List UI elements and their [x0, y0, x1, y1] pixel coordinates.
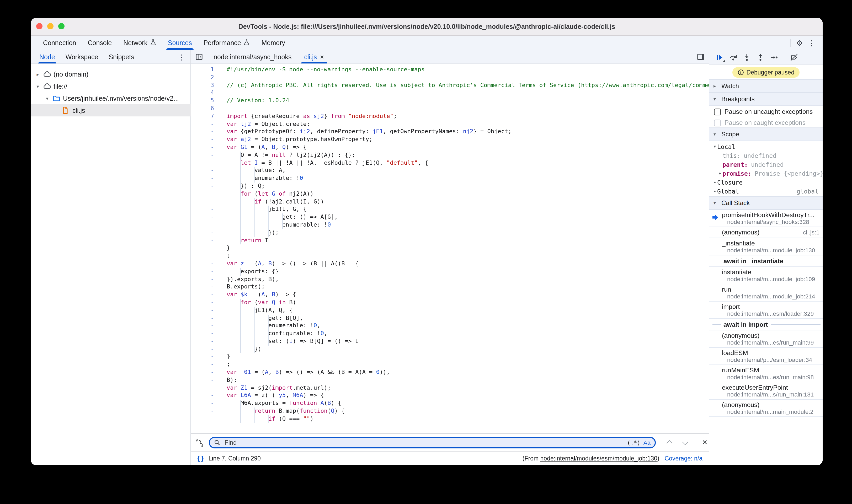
code-line[interactable]: -;: [191, 252, 709, 260]
line-number-gutter[interactable]: -: [191, 353, 214, 361]
call-stack-frame[interactable]: (anonymous)node:internal/m...main_module…: [709, 400, 823, 417]
line-number-gutter[interactable]: -: [191, 415, 214, 423]
minimize-window-button[interactable]: [47, 23, 54, 29]
call-stack-frame[interactable]: importnode:internal/m...esm/loader:329: [709, 302, 823, 319]
breakpoint-option[interactable]: Pause on uncaught exceptions: [709, 106, 823, 117]
line-number-gutter[interactable]: -: [191, 229, 214, 237]
call-stack-frame[interactable]: executeUserEntryPointnode:internal/m...s…: [709, 382, 823, 400]
tab-console[interactable]: Console: [82, 36, 118, 50]
line-number-gutter[interactable]: -: [191, 307, 214, 314]
scope-row-local[interactable]: ▾Local: [709, 142, 823, 151]
tree-expanded-icon[interactable]: ▾: [35, 84, 40, 89]
step-out-button[interactable]: [757, 54, 764, 61]
sidebar-tab-workspace[interactable]: Workspace: [60, 50, 104, 64]
pretty-print-icon[interactable]: { }: [197, 455, 205, 462]
tab-network[interactable]: Network: [118, 36, 162, 50]
code-line[interactable]: - enumerable: !0: [191, 175, 709, 182]
tree-item--no-domain-[interactable]: ▸(no domain): [31, 68, 191, 80]
sidebar-tab-snippets[interactable]: Snippets: [103, 50, 139, 64]
line-number-gutter[interactable]: -: [191, 167, 214, 175]
code-line[interactable]: - return I: [191, 237, 709, 245]
line-number-gutter[interactable]: 3: [191, 82, 214, 89]
code-line[interactable]: -var aj2 = Object.prototype.hasOwnProper…: [191, 136, 709, 144]
code-line[interactable]: - }) : Q;: [191, 182, 709, 191]
line-number-gutter[interactable]: -: [191, 221, 214, 229]
line-number-gutter[interactable]: -: [191, 175, 214, 182]
call-stack-frame[interactable]: (anonymous)node:internal/m...es/run_main…: [709, 330, 823, 348]
code-line[interactable]: - let I = B || !A || !A.__esModule ? jE1…: [191, 159, 709, 167]
call-stack-frame[interactable]: (anonymous)cli.js:1: [709, 227, 823, 238]
coverage-link[interactable]: Coverage: n/a: [665, 455, 703, 462]
section-call-stack[interactable]: ▾ Call Stack: [709, 196, 823, 210]
tree-item-users-jinhuilee-nvm-versions-node-v2-[interactable]: ▾Users/jinhuilee/.nvm/versions/node/v2..…: [31, 92, 191, 104]
line-number-gutter[interactable]: -: [191, 182, 214, 191]
code-line[interactable]: - }): [191, 345, 709, 353]
code-line[interactable]: - get: () => A[G],: [191, 213, 709, 221]
call-stack-frame[interactable]: loadESMnode:internal/p.../esm_loader:34: [709, 348, 823, 365]
call-stack-frame[interactable]: instantiatenode:internal/m...module_job:…: [709, 267, 823, 284]
code-line[interactable]: -var G1 = (A, B, Q) => {: [191, 144, 709, 151]
find-previous-button[interactable]: [667, 440, 673, 446]
code-line[interactable]: -}: [191, 245, 709, 253]
tree-item-cli-js[interactable]: cli.js: [31, 104, 209, 116]
code-line[interactable]: -;: [191, 361, 709, 369]
line-number-gutter[interactable]: -: [191, 284, 214, 291]
line-number-gutter[interactable]: -: [191, 159, 214, 167]
tree-item-file-[interactable]: ▾file://: [31, 80, 191, 92]
scope-collapsed-icon[interactable]: ▸: [718, 171, 723, 176]
code-line[interactable]: - value: A,: [191, 167, 709, 175]
line-number-gutter[interactable]: -: [191, 268, 214, 275]
line-number-gutter[interactable]: -: [191, 314, 214, 322]
code-line[interactable]: -}).exports, B),: [191, 275, 709, 284]
line-number-gutter[interactable]: -: [191, 237, 214, 245]
replace-toggle-icon[interactable]: A B: [195, 438, 205, 447]
step-over-button[interactable]: [729, 54, 737, 61]
line-number-gutter[interactable]: -: [191, 345, 214, 353]
line-number-gutter[interactable]: -: [191, 245, 214, 253]
line-number-gutter[interactable]: -: [191, 377, 214, 384]
line-number-gutter[interactable]: -: [191, 400, 214, 408]
line-number-gutter[interactable]: -: [191, 369, 214, 377]
code-line[interactable]: -var lj2 = Object.create;: [191, 120, 709, 128]
code-line[interactable]: -B.exports);: [191, 284, 709, 291]
scope-row-this[interactable]: this:undefined: [709, 151, 823, 160]
toggle-navigator-icon[interactable]: [191, 50, 207, 64]
tree-collapsed-icon[interactable]: ▸: [35, 72, 40, 77]
code-line[interactable]: 1#!/usr/bin/env -S node --no-warnings --…: [191, 66, 709, 74]
from-source-link[interactable]: node:internal/modules/esm/module_job:130: [540, 455, 657, 462]
scope-row-closure[interactable]: ▸Closure: [709, 178, 823, 187]
checkbox[interactable]: [714, 119, 721, 126]
line-number-gutter[interactable]: -: [191, 198, 214, 206]
code-line[interactable]: 6: [191, 105, 709, 113]
line-number-gutter[interactable]: 5: [191, 97, 214, 105]
code-line[interactable]: -var {getPrototypeOf: ij2, definePropert…: [191, 128, 709, 136]
line-number-gutter[interactable]: 4: [191, 89, 214, 97]
line-number-gutter[interactable]: -: [191, 213, 214, 221]
code-line[interactable]: -var $k = (A, B) => {: [191, 291, 709, 299]
code-line[interactable]: - jE1(A, Q, {: [191, 307, 709, 314]
scope-row-global[interactable]: ▸Globalglobal: [709, 187, 823, 196]
tree-expanded-icon[interactable]: ▾: [45, 96, 50, 101]
line-number-gutter[interactable]: -: [191, 128, 214, 136]
line-number-gutter[interactable]: -: [191, 291, 214, 299]
code-line[interactable]: 7import {createRequire as sj2} from "nod…: [191, 113, 709, 121]
line-number-gutter[interactable]: 6: [191, 105, 214, 113]
scope-row-parent[interactable]: parent:undefined: [709, 160, 823, 169]
code-line[interactable]: - return B.map(function(Q) {: [191, 408, 709, 415]
tab-memory[interactable]: Memory: [256, 36, 291, 50]
source-code-view[interactable]: 1#!/usr/bin/env -S node --no-warnings --…: [191, 64, 709, 433]
match-case-toggle-button[interactable]: Aa: [643, 439, 651, 446]
close-find-bar-button[interactable]: ✕: [702, 438, 708, 446]
code-line[interactable]: -}: [191, 353, 709, 361]
code-line[interactable]: - if (!aj2.call(I, G)): [191, 198, 709, 206]
resume-script-button[interactable]: [715, 54, 724, 61]
step-into-button[interactable]: [743, 54, 751, 61]
code-line[interactable]: - jE1(I, G, {: [191, 206, 709, 214]
call-stack-frame[interactable]: runMainESMnode:internal/m...es/run_main:…: [709, 365, 823, 382]
editor-tab-node-internal-async-hooks[interactable]: node:internal/async_hooks: [207, 50, 298, 64]
code-line[interactable]: - set: (I) => B[Q] = () => I: [191, 338, 709, 346]
scope-collapsed-icon[interactable]: ▸: [712, 189, 717, 194]
line-number-gutter[interactable]: -: [191, 144, 214, 151]
tab-sources[interactable]: Sources: [162, 36, 198, 50]
breakpoint-option[interactable]: Pause on caught exceptions: [709, 117, 823, 128]
